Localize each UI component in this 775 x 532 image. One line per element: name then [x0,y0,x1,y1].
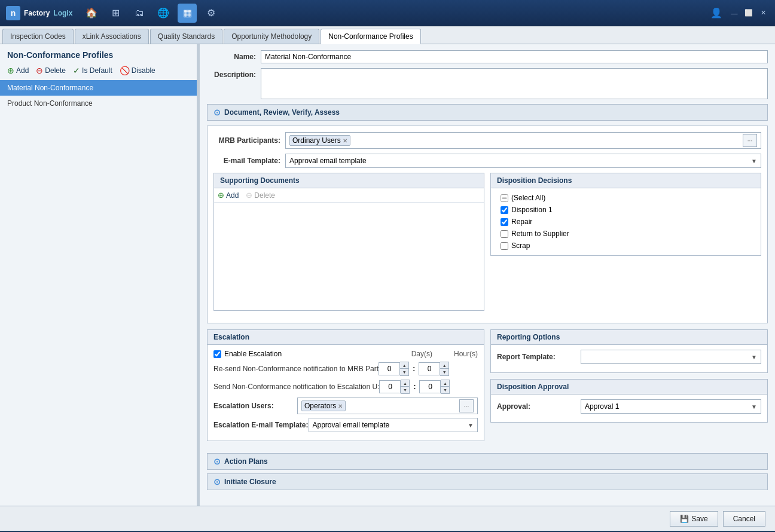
report-template-select[interactable]: ▼ [581,350,761,364]
grid-icon[interactable]: ⊞ [106,4,125,23]
mrb-tag-label: Ordinary Users [292,136,341,145]
action-plans-expand-icon: ⊙ [213,457,221,466]
bottom-bar: 💾 Save Cancel [0,506,775,531]
docs-list-area [214,203,484,310]
send-row: Send Non-Conformance notification to Esc… [213,380,478,394]
settings-icon[interactable]: ⚙ [202,4,221,23]
table-icon[interactable]: ▦ [178,4,197,23]
tab-xlink-associations[interactable]: xLink Associations [75,29,149,44]
enable-escalation-checkbox[interactable] [213,350,221,358]
default-icon: ✓ [73,66,80,75]
approval-select[interactable]: Approval 1 ▼ [581,399,761,414]
email-template-select[interactable]: Approval email template ▼ [285,154,761,168]
escalation-email-select[interactable]: Approval email template ▼ [309,418,478,432]
add-icon: ⊕ [7,66,14,75]
left-panel-toolbar: ⊕ Add ⊖ Delete ✓ Is Default 🚫 Disable [0,63,197,80]
disable-button[interactable]: 🚫 Disable [120,66,155,75]
resend-hours-down[interactable]: ▼ [440,369,448,375]
checkbox-scrap-input[interactable] [501,242,508,250]
mrb-participants-input[interactable]: Ordinary Users ✕ ··· [285,132,761,149]
escalation-users-row: Escalation Users: Operators ✕ ··· [213,398,478,414]
docs-delete-icon: ⊖ [246,191,252,200]
app-logo: n FactoryLogix [6,6,72,20]
close-button[interactable]: ✕ [757,7,769,19]
report-template-row: Report Template: ▼ [497,350,761,364]
globe-icon[interactable]: 🌐 [154,4,173,23]
tab-quality-standards[interactable]: Quality Standards [150,29,222,44]
user-icon[interactable]: 👤 [707,4,726,23]
save-button[interactable]: 💾 Save [670,511,718,527]
tab-non-conformance-profiles[interactable]: Non-Conformance Profiles [321,29,420,44]
send-hours-up[interactable]: ▲ [441,380,449,387]
cancel-button[interactable]: Cancel [723,511,765,527]
checkbox-return-supplier-label: Return to Supplier [511,230,569,238]
resend-days-spinner: ▲ ▼ : ▲ ▼ [379,362,449,376]
is-default-label: Is Default [82,66,112,75]
resend-days-up[interactable]: ▲ [400,362,408,369]
disposition-col: Disposition Decisions (Select All) Dispo… [490,173,761,311]
escalation-user-tag-remove[interactable]: ✕ [338,403,343,409]
name-input[interactable] [261,50,768,63]
checkbox-select-all: (Select All) [497,192,755,204]
docs-toolbar: ⊕ Add ⊖ Delete [214,188,484,203]
send-hours-down[interactable]: ▼ [441,387,449,393]
description-input[interactable] [261,68,768,99]
tab-opportunity-methodology[interactable]: Opportunity Methodology [224,29,319,44]
checkbox-return-supplier-input[interactable] [501,230,508,238]
send-days-spinbtns: ▲ ▼ [401,380,410,394]
send-days-input[interactable] [379,380,401,393]
resend-hours-up[interactable]: ▲ [440,362,448,369]
escalation-email-label: Escalation E-mail Template: [213,421,309,429]
list-item-product[interactable]: Product Non-Conformance [0,96,197,111]
send-days-down[interactable]: ▼ [401,387,409,393]
disposition-section: Disposition Decisions (Select All) Dispo… [490,173,761,256]
layers-icon[interactable]: 🗂 [130,4,149,23]
escalation-col: Escalation Enable Escalation Day(s) Hour… [207,329,484,447]
name-label: Name: [207,50,261,61]
right-panel: Name: Description: ⊙ Document, Review, V… [200,44,775,506]
resend-hours-spinbtns: ▲ ▼ [440,362,449,376]
resend-hours-input-group: ▲ ▼ [419,362,449,376]
titlebar: n FactoryLogix 🏠 ⊞ 🗂 🌐 ▦ ⚙ 👤 — ⬜ ✕ [0,0,775,26]
tab-inspection-codes[interactable]: Inspection Codes [2,29,74,44]
escalation-users-more-button[interactable]: ··· [459,399,474,412]
resend-row: Re-send Non-Conformance notification to … [213,362,478,376]
checkbox-disposition1: Disposition 1 [497,204,755,216]
list-item-material[interactable]: Material Non-Conformance [0,80,197,96]
add-button[interactable]: ⊕ Add [7,66,29,75]
day-header-label: Day(s) [411,350,432,358]
restore-button[interactable]: ⬜ [743,7,755,19]
send-hours-input[interactable] [419,380,441,393]
checkbox-select-all-input[interactable] [501,194,508,202]
escalation-users-label: Escalation Users: [213,402,297,410]
checkbox-repair-input[interactable] [501,218,508,226]
action-plans-header[interactable]: ⊙ Action Plans [207,453,768,470]
home-icon[interactable]: 🏠 [82,4,101,23]
escalation-user-tag: Operators ✕ [301,400,346,411]
enable-escalation-row: Enable Escalation Day(s) Hour(s) [213,350,478,358]
escalation-users-input[interactable]: Operators ✕ ··· [297,398,478,414]
resend-days-input[interactable] [379,362,400,375]
delete-icon: ⊖ [36,66,43,75]
resend-hours-input[interactable] [419,362,440,375]
mrb-tag-remove[interactable]: ✕ [343,137,347,144]
disposition-content: (Select All) Disposition 1 Repair [491,188,761,255]
email-template-row: E-mail Template: Approval email template… [213,154,761,168]
mrb-participants-label: MRB Participants: [213,136,285,145]
send-days-up[interactable]: ▲ [401,380,409,387]
resend-days-down[interactable]: ▼ [400,369,408,375]
section-document-header[interactable]: ⊙ Document, Review, Verify, Assess [207,104,768,121]
select-arrow-icon: ▼ [751,158,757,164]
delete-button[interactable]: ⊖ Delete [36,66,66,75]
mrb-tag-ordinary-users: Ordinary Users ✕ [289,135,350,146]
docs-delete-button[interactable]: ⊖ Delete [246,191,275,200]
is-default-button[interactable]: ✓ Is Default [73,66,112,75]
checkbox-disposition1-input[interactable] [501,206,508,214]
docs-add-label: Add [226,191,239,200]
mrb-more-button[interactable]: ··· [743,134,757,147]
initiate-closure-header[interactable]: ⊙ Initiate Closure [207,473,768,490]
resend-days-spinbtns: ▲ ▼ [400,362,409,376]
document-section-content: MRB Participants: Ordinary Users ✕ ··· E… [207,126,768,323]
minimize-button[interactable]: — [728,7,740,19]
docs-add-button[interactable]: ⊕ Add [218,191,239,200]
